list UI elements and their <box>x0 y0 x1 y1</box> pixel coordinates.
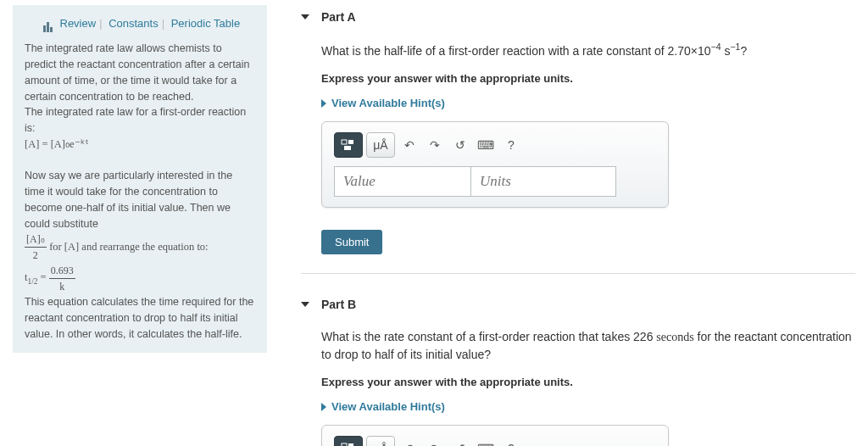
part-b-instruction: Express your answer with the appropriate… <box>321 376 855 388</box>
constants-link[interactable]: Constants <box>108 17 159 30</box>
sidebar-text: Now say we are particularly interested i… <box>25 168 255 231</box>
equation-1: [A] = [A]₀e⁻ᵏᵗ <box>25 137 255 153</box>
part-b-question: What is the rate constant of a first-ord… <box>321 328 855 364</box>
sidebar-text: The integrated rate law for a first-orde… <box>25 104 255 137</box>
part-a-question: What is the half-life of a first-order r… <box>321 41 855 60</box>
review-link[interactable]: Review <box>60 17 97 30</box>
units-input[interactable] <box>471 166 616 197</box>
templates-button[interactable] <box>334 436 363 446</box>
triangle-right-icon <box>321 403 326 411</box>
main-content: Part A What is the half-life of a first-… <box>301 0 855 446</box>
part-b-answer-box: μÅ ↶ ↷ ↺ ⌨ ? <box>321 425 669 446</box>
undo-button[interactable]: ↶ <box>398 437 420 446</box>
answer-toolbar: μÅ ↶ ↷ ↺ ⌨ ? <box>334 436 656 446</box>
periodic-table-link[interactable]: Periodic Table <box>171 17 240 30</box>
svg-rect-2 <box>344 146 351 150</box>
redo-button[interactable]: ↷ <box>424 133 446 157</box>
reset-button[interactable]: ↺ <box>449 437 471 446</box>
equation-2: [A]₀2 for [A] and rearrange the equation… <box>25 231 255 263</box>
templates-button[interactable] <box>334 132 363 158</box>
info-sidebar: Review| Constants| Periodic Table The in… <box>13 5 267 353</box>
part-a-answer-box: μÅ ↶ ↷ ↺ ⌨ ? <box>321 121 669 208</box>
keyboard-button[interactable]: ⌨ <box>475 437 497 446</box>
bar-chart-icon <box>43 16 53 33</box>
keyboard-button[interactable]: ⌨ <box>475 133 497 157</box>
help-button[interactable]: ? <box>500 437 522 446</box>
part-b-hints[interactable]: View Available Hint(s) <box>321 400 855 413</box>
svg-rect-1 <box>348 140 353 144</box>
caret-down-icon <box>301 14 309 20</box>
sidebar-text: The integrated rate law allows chemists … <box>25 41 255 104</box>
svg-rect-4 <box>348 443 353 446</box>
part-a-instruction: Express your answer with the appropriate… <box>321 72 855 85</box>
submit-button[interactable]: Submit <box>321 230 382 254</box>
sidebar-links: Review| Constants| Periodic Table <box>25 15 255 32</box>
undo-button[interactable]: ↶ <box>398 133 420 157</box>
units-button[interactable]: μÅ <box>366 436 395 446</box>
caret-down-icon <box>301 302 309 307</box>
part-b-header[interactable]: Part B <box>301 293 855 316</box>
units-button[interactable]: μÅ <box>366 132 395 158</box>
svg-rect-3 <box>342 443 347 446</box>
part-a-header[interactable]: Part A <box>301 5 855 29</box>
part-a-hints[interactable]: View Available Hint(s) <box>321 97 855 109</box>
answer-toolbar: μÅ ↶ ↷ ↺ ⌨ ? <box>334 132 656 158</box>
equation-3: t1/2 = 0.693k <box>25 263 255 294</box>
sidebar-text: This equation calculates the time requir… <box>25 296 253 340</box>
svg-rect-0 <box>342 140 347 144</box>
redo-button[interactable]: ↷ <box>424 437 446 446</box>
part-a-title: Part A <box>321 10 356 24</box>
separator <box>301 273 855 274</box>
reset-button[interactable]: ↺ <box>449 133 471 157</box>
help-button[interactable]: ? <box>500 133 522 157</box>
part-b-title: Part B <box>321 298 356 311</box>
triangle-right-icon <box>321 99 326 108</box>
value-input[interactable] <box>334 166 471 197</box>
